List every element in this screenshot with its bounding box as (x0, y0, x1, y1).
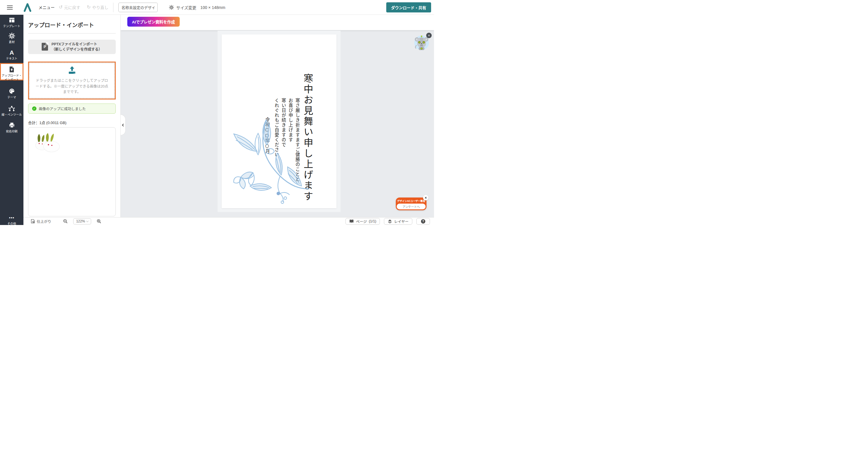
finish-preview-icon (30, 219, 35, 224)
design-size-value: 100 × 148mm (200, 5, 225, 10)
pen-tool-icon (0, 105, 24, 111)
caret-logo-icon (23, 2, 32, 12)
panel-divider (28, 33, 116, 34)
upload-dropzone[interactable]: ドラッグまたはここをクリックしてアップロードする。※一度にアップできる画像は20… (28, 62, 116, 99)
hamburger-menu-icon[interactable] (7, 4, 13, 10)
redo-button[interactable]: ↻ やり直し (87, 4, 108, 10)
text-tool-icon: A (0, 49, 24, 56)
pages-button[interactable]: ページ (1/1) (345, 218, 380, 225)
upload-file-icon (1, 66, 23, 73)
upload-import-panel: アップロード・インポート P PPTXファイルをインポート （新しくデザインを作… (24, 15, 121, 217)
undo-label: 元に戻す (64, 4, 80, 10)
zoom-in-icon (97, 219, 101, 224)
chevron-down-icon (86, 220, 89, 222)
survey-popup: × デザインACユーザー専用 アンケートへ (396, 197, 427, 210)
sidebar-item-theme[interactable]: テーマ (0, 88, 24, 99)
template-icon (0, 17, 24, 23)
mascot-close-button[interactable]: × (426, 33, 432, 38)
upload-success-alert: ✓ 画像のアップに成功しました (28, 103, 116, 114)
sidebar-item-text[interactable]: A テキスト (0, 49, 24, 61)
watercolor-flower-illustration[interactable] (223, 116, 310, 207)
panel-collapse-handle[interactable] (121, 115, 126, 135)
postcard-page[interactable]: 寒中お見舞い申し上げます 寒さ厳しき折ますますご健勝のことと お喜び申し上げます… (222, 34, 337, 208)
pages-label: ページ (356, 219, 367, 224)
layers-button[interactable]: レイヤー (384, 218, 412, 225)
survey-tag: デザインACユーザー専用 (396, 199, 427, 202)
canvas-top-strip: AIでプレゼン資料を作成 (121, 15, 434, 30)
menu-button[interactable]: メニュー (38, 4, 55, 10)
pptx-import-button[interactable]: P PPTXファイルをインポート （新しくデザインを作成する） (28, 40, 116, 54)
survey-close-button[interactable]: × (423, 195, 429, 200)
zoom-out-button[interactable] (63, 219, 68, 224)
redo-icon: ↻ (87, 5, 91, 9)
resize-label: サイズ変更 (176, 5, 196, 10)
redo-label: やり直し (92, 4, 108, 10)
uploads-list (28, 127, 116, 216)
sidebar-item-label: テキスト (0, 57, 24, 61)
zoom-level-value: 122% (76, 219, 85, 223)
sidebar-item-label: テーマ (0, 95, 24, 99)
app-window: メニュー ↺ 元に戻す ↻ やり直し サイズ変更 100 × 148mm (0, 0, 434, 225)
pptx-file-icon: P (42, 43, 48, 51)
sidebar-item-label: テンプレート (0, 24, 24, 28)
canvas-area: AIでプレゼン資料を作成 寒中お見舞い申し上げます 寒さ厳しき折ますますご健勝の… (121, 15, 434, 217)
resize-button[interactable]: サイズ変更 100 × 148mm (169, 0, 225, 15)
palette-icon (0, 88, 24, 94)
design-title-input[interactable] (118, 3, 158, 12)
pages-book-icon (349, 219, 354, 223)
layers-icon (388, 219, 392, 224)
sidebar-item-label: アップロード・インポート (1, 74, 23, 82)
finish-preview-toggle[interactable]: 仕上がり (30, 219, 51, 224)
sidebar-item-address-print[interactable]: 宛名印刷 (0, 122, 24, 134)
sidebar-item-label: 宛名印刷 (0, 130, 24, 134)
undo-icon: ↺ (59, 5, 62, 9)
survey-link-button[interactable]: アンケートへ (397, 203, 426, 210)
sidebar-item-more[interactable]: ••• その他 (0, 214, 24, 225)
app-logo[interactable] (23, 2, 32, 13)
download-share-button[interactable]: ダウンロード・共有 (386, 2, 431, 12)
zoom-in-button[interactable] (97, 219, 101, 224)
printer-icon (0, 122, 24, 128)
upload-tray-icon (67, 66, 77, 75)
sidebar-item-label: 線・ペンツール (0, 113, 24, 117)
top-toolbar: メニュー ↺ 元に戻す ↻ やり直し サイズ変更 100 × 148mm (0, 0, 434, 15)
panel-title: アップロード・インポート (28, 21, 116, 29)
bottom-toolbar: 仕上がり 122% (24, 217, 434, 225)
sidebar-item-label: 素材 (0, 40, 24, 44)
pptx-line1: PPTXファイルをインポート (52, 42, 97, 46)
dropzone-text: ドラッグまたはここをクリックしてアップロードする。※一度にアップできる画像は20… (35, 78, 108, 95)
materials-gear-icon (0, 33, 24, 39)
success-message: 画像のアップに成功しました (39, 106, 86, 111)
finish-label: 仕上がり (37, 219, 51, 224)
ai-presentation-button[interactable]: AIでプレゼン資料を作成 (127, 17, 180, 27)
sidebar-item-materials[interactable]: 素材 (0, 33, 24, 44)
upload-total-label: 合計：1点 (0.0011 GB) (28, 120, 116, 125)
check-circle-icon: ✓ (32, 106, 36, 111)
pages-count: (1/1) (369, 219, 376, 223)
more-dots-icon: ••• (0, 214, 24, 221)
help-button[interactable]: ? (416, 218, 430, 225)
zoom-level-select[interactable]: 122% (73, 218, 91, 224)
undo-button[interactable]: ↺ 元に戻す (59, 4, 80, 10)
layers-label: レイヤー (394, 219, 408, 224)
pptx-letter: P (42, 44, 48, 49)
gear-icon (169, 5, 174, 10)
sidebar: テンプレート 素材 A テキスト (0, 15, 24, 225)
sidebar-item-pen-tool[interactable]: 線・ペンツール (0, 105, 24, 117)
help-icon: ? (421, 219, 425, 224)
sidebar-item-upload-import[interactable]: アップロード・インポート (0, 63, 24, 81)
chevron-left-icon (122, 124, 125, 126)
zoom-out-icon (63, 219, 68, 224)
sidebar-item-label: その他 (0, 222, 24, 225)
pptx-line2: （新しくデザインを作成する） (52, 47, 102, 52)
sidebar-item-templates[interactable]: テンプレート (0, 17, 24, 28)
toolbar-divider (113, 3, 114, 12)
uploaded-image-thumbnail-snow-rabbits[interactable] (32, 132, 65, 154)
